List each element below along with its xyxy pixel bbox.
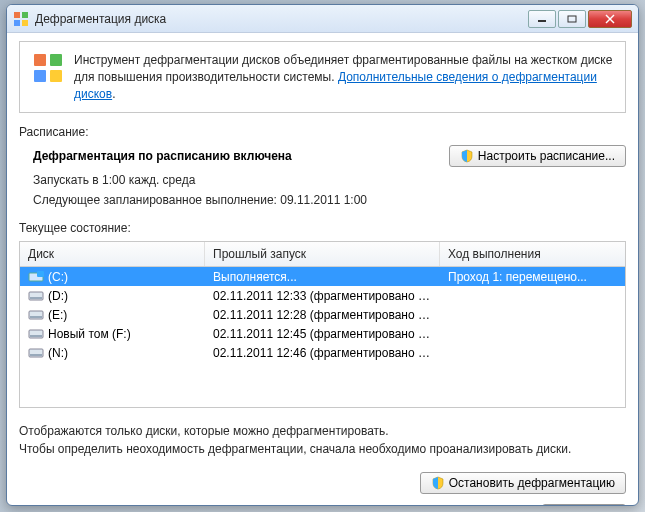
svg-rect-5 <box>568 16 576 22</box>
svg-rect-15 <box>30 297 42 299</box>
disk-list[interactable]: Диск Прошлый запуск Ход выполнения (C:)В… <box>19 241 626 408</box>
info-text: Инструмент дефрагментации дисков объедин… <box>74 52 613 102</box>
close-row: Закрыть <box>19 504 626 506</box>
maximize-button[interactable] <box>558 10 586 28</box>
action-row: Остановить дефрагментацию <box>19 472 626 494</box>
disk-icon <box>28 290 44 302</box>
svg-rect-19 <box>30 335 42 337</box>
stop-defrag-label: Остановить дефрагментацию <box>449 476 615 490</box>
last-run-cell: 02.11.2011 12:46 (фрагментировано 0%) <box>205 346 440 360</box>
defrag-window: Дефрагментация диска Инструмент дефрагме… <box>6 4 639 506</box>
last-run-cell: 02.11.2011 12:28 (фрагментировано 0%) <box>205 308 440 322</box>
defrag-app-icon <box>13 11 29 27</box>
defrag-large-icon <box>32 52 64 84</box>
list-body: (C:)Выполняется...Проход 1: перемещено..… <box>20 267 625 407</box>
svg-rect-0 <box>14 12 20 18</box>
disk-icon <box>28 309 44 321</box>
note-line1: Отображаются только диски, которые можно… <box>19 422 626 440</box>
last-run-cell: 02.11.2011 12:33 (фрагментировано 0%) <box>205 289 440 303</box>
stop-defrag-button[interactable]: Остановить дефрагментацию <box>420 472 626 494</box>
content-area: Инструмент дефрагментации дисков объедин… <box>7 33 638 506</box>
disk-name: (D:) <box>48 289 68 303</box>
shield-icon <box>460 149 474 163</box>
column-disk[interactable]: Диск <box>20 242 205 266</box>
note-line2: Чтобы определить неоходимость дефрагмент… <box>19 440 626 458</box>
titlebar[interactable]: Дефрагментация диска <box>7 5 638 33</box>
window-buttons <box>528 10 632 28</box>
svg-rect-2 <box>14 20 20 26</box>
schedule-next-run: Следующее запланированное выполнение: 09… <box>33 193 626 207</box>
table-row[interactable]: Новый том (F:)02.11.2011 12:45 (фрагмент… <box>20 324 625 343</box>
table-row[interactable]: (E:)02.11.2011 12:28 (фрагментировано 0%… <box>20 305 625 324</box>
last-run-cell: 02.11.2011 12:45 (фрагментировано 0%) <box>205 327 440 341</box>
disk-name: (N:) <box>48 346 68 360</box>
svg-rect-1 <box>22 12 28 18</box>
svg-rect-21 <box>30 354 42 356</box>
svg-rect-9 <box>50 54 62 66</box>
svg-rect-17 <box>30 316 42 318</box>
close-button[interactable] <box>588 10 632 28</box>
column-last-run[interactable]: Прошлый запуск <box>205 242 440 266</box>
table-row[interactable]: (C:)Выполняется...Проход 1: перемещено..… <box>20 267 625 286</box>
svg-rect-8 <box>34 54 46 66</box>
disk-name: (C:) <box>48 270 68 284</box>
list-header: Диск Прошлый запуск Ход выполнения <box>20 242 625 267</box>
schedule-status: Дефрагментация по расписанию включена <box>33 149 449 163</box>
svg-rect-13 <box>37 271 44 277</box>
configure-schedule-button[interactable]: Настроить расписание... <box>449 145 626 167</box>
table-row[interactable]: (D:)02.11.2011 12:33 (фрагментировано 0%… <box>20 286 625 305</box>
current-state-label: Текущее состояние: <box>19 221 626 235</box>
note-text: Отображаются только диски, которые можно… <box>19 422 626 458</box>
minimize-button[interactable] <box>528 10 556 28</box>
svg-rect-3 <box>22 20 28 26</box>
last-run-cell: Выполняется... <box>205 270 440 284</box>
schedule-label: Расписание: <box>19 125 626 139</box>
disk-icon <box>28 328 44 340</box>
svg-rect-10 <box>34 70 46 82</box>
column-progress[interactable]: Ход выполнения <box>440 242 615 266</box>
table-row[interactable]: (N:)02.11.2011 12:46 (фрагментировано 0%… <box>20 343 625 362</box>
progress-cell: Проход 1: перемещено... <box>440 270 615 284</box>
disk-name: Новый том (F:) <box>48 327 131 341</box>
close-dialog-button[interactable]: Закрыть <box>542 504 626 506</box>
shield-icon <box>431 476 445 490</box>
configure-schedule-label: Настроить расписание... <box>478 149 615 163</box>
info-panel: Инструмент дефрагментации дисков объедин… <box>19 41 626 113</box>
schedule-run-at: Запускать в 1:00 кажд. среда <box>33 173 626 187</box>
disk-icon <box>28 271 44 283</box>
disk-icon <box>28 347 44 359</box>
disk-name: (E:) <box>48 308 67 322</box>
schedule-block: Дефрагментация по расписанию включена На… <box>19 145 626 207</box>
svg-rect-11 <box>50 70 62 82</box>
window-title: Дефрагментация диска <box>35 12 528 26</box>
